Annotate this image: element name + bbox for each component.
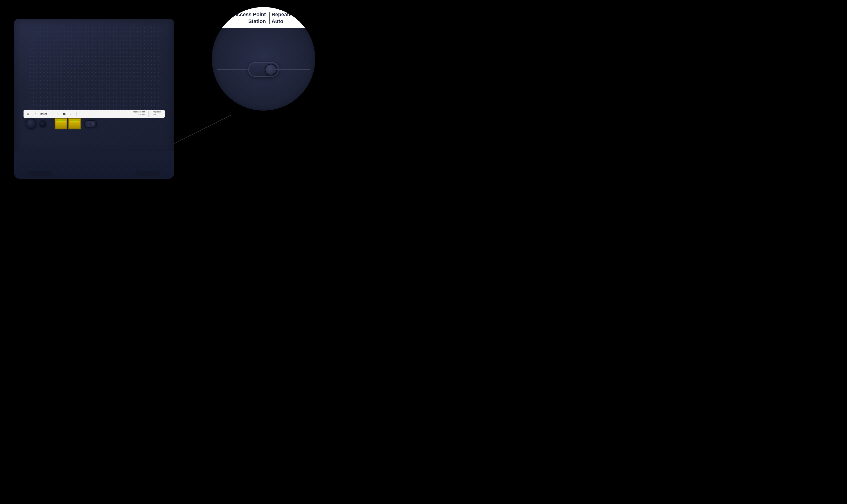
vent-dot	[151, 36, 152, 37]
vent-dot	[154, 76, 155, 77]
vent-dot	[64, 76, 65, 77]
mode-switch[interactable]	[84, 120, 97, 127]
vent-dot	[85, 64, 86, 65]
vent-dots: // We'll generate dots via JS after load	[28, 26, 160, 115]
vent-dot	[74, 60, 75, 61]
vent-dot	[60, 52, 62, 53]
vent-dot	[102, 96, 103, 98]
vent-dot	[109, 80, 110, 82]
vent-dot	[78, 27, 79, 29]
vent-dot	[57, 36, 58, 37]
vent-dot	[82, 76, 83, 77]
vent-dot	[71, 36, 72, 37]
vent-dot	[133, 96, 134, 98]
vent-dot	[95, 48, 96, 49]
vent-dot	[43, 80, 44, 82]
vent-dot	[113, 72, 114, 73]
vent-dot	[33, 84, 34, 85]
vent-dot	[36, 60, 37, 61]
vent-dot	[47, 92, 48, 93]
vent-dot	[85, 36, 86, 37]
vent-dot	[133, 92, 134, 93]
vent-dot	[78, 84, 79, 85]
vent-dot	[154, 88, 155, 89]
vent-dot	[113, 80, 114, 82]
vent-dot	[33, 52, 34, 53]
vent-dot	[47, 96, 48, 98]
vent-dot	[133, 52, 134, 53]
vent-dot	[133, 88, 134, 89]
vent-dot	[140, 27, 141, 29]
vent-dot	[99, 92, 100, 93]
vent-dot	[33, 36, 34, 37]
vent-dot	[74, 101, 75, 102]
vent-dot	[88, 68, 89, 69]
vent-dot	[82, 84, 83, 85]
vent-dot	[95, 27, 96, 29]
vent-dot	[60, 76, 62, 77]
vent-dot	[140, 43, 141, 45]
vent-dot	[158, 96, 159, 98]
vent-dot	[140, 92, 141, 93]
vent-dot	[126, 27, 127, 29]
vent-dot	[50, 60, 51, 61]
vent-dot	[95, 39, 96, 41]
vent-dot	[120, 101, 121, 102]
vent-dot	[92, 109, 93, 110]
vent-dot	[60, 88, 62, 89]
vent-dot	[130, 68, 131, 69]
vent-dot	[57, 64, 58, 65]
vent-dot	[99, 52, 100, 53]
vent-dot	[57, 39, 58, 41]
vent-dot	[102, 52, 103, 53]
vent-dot	[109, 64, 110, 65]
vent-dot	[64, 84, 65, 85]
vent-dot	[158, 84, 159, 85]
vent-dot	[43, 48, 44, 49]
vent-dot	[30, 52, 31, 53]
vent-dot	[102, 36, 103, 37]
vent-dot	[68, 88, 69, 89]
vent-dot	[60, 31, 62, 33]
vent-dot	[147, 76, 148, 77]
vent-dot	[151, 96, 152, 98]
vent-dot	[144, 39, 145, 41]
vent-dot	[92, 72, 93, 73]
vent-dot	[47, 88, 48, 89]
vent-dot	[106, 39, 107, 41]
vent-dot	[154, 27, 155, 29]
vent-dot	[36, 36, 37, 37]
vent-dot	[95, 80, 96, 82]
vent-dot	[147, 48, 148, 49]
vent-dot	[106, 31, 107, 33]
vent-dot	[130, 43, 131, 45]
vent-dot	[40, 88, 41, 89]
vent-dot	[50, 64, 51, 65]
vent-dot	[68, 39, 69, 41]
vent-dot	[99, 96, 100, 98]
vent-dot	[116, 31, 117, 33]
vent-dot	[60, 101, 62, 102]
vent-dot	[154, 109, 155, 110]
vent-dot	[137, 96, 138, 98]
vent-dot	[106, 48, 107, 49]
vent-dot	[126, 31, 127, 33]
vent-dot	[60, 48, 62, 49]
vent-dot	[47, 72, 48, 73]
vent-dot	[92, 96, 93, 98]
vent-dot	[116, 96, 117, 98]
vent-dot	[130, 105, 131, 106]
vent-dot	[116, 52, 117, 53]
vent-dot	[74, 48, 75, 49]
vent-dot	[151, 39, 152, 41]
vent-dot	[40, 52, 41, 53]
vent-dot	[57, 88, 58, 89]
power-button[interactable]	[39, 121, 46, 127]
vent-dot	[71, 43, 72, 45]
vent-dot	[109, 105, 110, 106]
vent-dot	[123, 39, 124, 41]
vent-dot	[99, 64, 100, 65]
vent-dot	[36, 68, 37, 69]
vent-dot	[126, 92, 127, 93]
vent-dot	[109, 31, 110, 33]
